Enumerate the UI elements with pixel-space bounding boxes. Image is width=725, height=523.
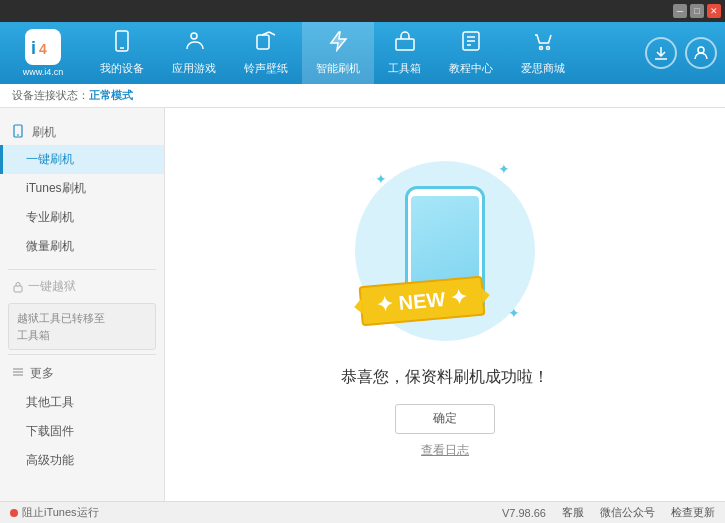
sidebar-item-pro-flash[interactable]: 专业刷机 <box>0 203 164 232</box>
sparkle-1: ✦ <box>375 171 387 187</box>
left-panel: 刷机 一键刷机 iTunes刷机 专业刷机 微量刷机 <box>0 108 165 501</box>
main-content: ✦ ✦ ✦ ✦ NEW ✦ 恭喜您，保资料刷机成功啦！ 确定 查看日志 <box>165 108 725 501</box>
sidebar-section-header-flash: 刷机 <box>0 120 164 145</box>
disabled-jailbreak-label: 一键越狱 <box>28 278 76 295</box>
header: i 4 www.i4.cn 我的设备 <box>0 22 725 84</box>
more-section-icon <box>12 366 24 381</box>
svg-point-15 <box>547 47 550 50</box>
sidebar-section-flash: 刷机 一键刷机 iTunes刷机 专业刷机 微量刷机 <box>0 116 164 265</box>
support-link[interactable]: 客服 <box>562 505 584 520</box>
svg-rect-6 <box>257 35 269 49</box>
sidebar-notice: 越狱工具已转移至 工具箱 <box>8 303 156 350</box>
nav-items: 我的设备 应用游戏 铃 <box>86 22 637 84</box>
svg-point-17 <box>698 47 704 53</box>
sidebar-disabled-jailbreak: 一键越狱 <box>0 274 164 299</box>
sidebar-item-download-firmware[interactable]: 下载固件 <box>0 417 164 446</box>
sidebar-item-itunes-flash[interactable]: iTunes刷机 <box>0 174 164 203</box>
my-device-icon <box>111 30 133 57</box>
success-text: 恭喜您，保资料刷机成功啦！ <box>341 367 549 388</box>
logo-icon: i 4 <box>25 29 61 65</box>
nav-item-apps-games[interactable]: 应用游戏 <box>158 22 230 84</box>
nav-label-tutorials: 教程中心 <box>449 61 493 76</box>
svg-rect-9 <box>396 39 414 50</box>
logo-text: www.i4.cn <box>23 67 64 77</box>
footer-right: V7.98.66 客服 微信公众号 检查更新 <box>502 505 715 520</box>
nav-label-my-device: 我的设备 <box>100 61 144 76</box>
sidebar-item-advanced[interactable]: 高级功能 <box>0 446 164 475</box>
itunes-status-text: 阻止iTunes运行 <box>22 505 99 520</box>
nav-item-tutorials[interactable]: 教程中心 <box>435 22 507 84</box>
smart-flash-icon <box>327 30 349 57</box>
svg-text:4: 4 <box>39 41 47 57</box>
footer-left: 阻止iTunes运行 <box>10 505 99 520</box>
check-update-link[interactable]: 检查更新 <box>671 505 715 520</box>
confirm-button[interactable]: 确定 <box>395 404 495 434</box>
footer: 阻止iTunes运行 V7.98.66 客服 微信公众号 检查更新 <box>0 501 725 523</box>
sidebar: 刷机 一键刷机 iTunes刷机 专业刷机 微量刷机 <box>0 108 165 501</box>
svg-line-8 <box>269 32 275 35</box>
nav-item-ringtones[interactable]: 铃声壁纸 <box>230 22 302 84</box>
nav-actions <box>645 37 717 69</box>
nav-label-smart-flash: 智能刷机 <box>316 61 360 76</box>
content-wrapper: 刷机 一键刷机 iTunes刷机 专业刷机 微量刷机 <box>0 108 725 501</box>
itunes-status-dot <box>10 509 18 517</box>
nav-item-my-device[interactable]: 我的设备 <box>86 22 158 84</box>
svg-point-14 <box>540 47 543 50</box>
device-status-bar: 设备连接状态： 正常模式 <box>0 84 725 108</box>
nav-label-ringtones: 铃声壁纸 <box>244 61 288 76</box>
title-bar-controls: ─ □ ✕ <box>673 4 721 18</box>
wechat-link[interactable]: 微信公众号 <box>600 505 655 520</box>
nav-item-toolbox[interactable]: 工具箱 <box>374 22 435 84</box>
sidebar-item-data-flash[interactable]: 微量刷机 <box>0 232 164 261</box>
nav-label-toolbox: 工具箱 <box>388 61 421 76</box>
more-section-label: 更多 <box>30 365 54 382</box>
svg-rect-20 <box>14 286 22 292</box>
nav-item-mall[interactable]: 爱思商城 <box>507 22 579 84</box>
version-text: V7.98.66 <box>502 507 546 519</box>
sidebar-section-header-more: 更多 <box>0 359 164 388</box>
flash-section-label: 刷机 <box>32 124 56 141</box>
flash-section-icon <box>12 124 26 141</box>
maximize-button[interactable]: □ <box>690 4 704 18</box>
logo-area: i 4 www.i4.cn <box>8 29 78 77</box>
nav-label-apps-games: 应用游戏 <box>172 61 216 76</box>
nav-label-mall: 爱思商城 <box>521 61 565 76</box>
tutorials-icon <box>460 30 482 57</box>
view-log-link[interactable]: 查看日志 <box>421 442 469 459</box>
mall-icon <box>532 30 554 57</box>
close-button[interactable]: ✕ <box>707 4 721 18</box>
sparkle-3: ✦ <box>508 305 520 321</box>
svg-text:i: i <box>31 38 36 58</box>
minimize-button[interactable]: ─ <box>673 4 687 18</box>
device-status-prefix: 设备连接状态： <box>12 88 89 103</box>
sidebar-item-one-key-flash[interactable]: 一键刷机 <box>0 145 164 174</box>
sidebar-divider-2 <box>8 354 156 355</box>
device-status-value: 正常模式 <box>89 88 133 103</box>
illustration: ✦ ✦ ✦ ✦ NEW ✦ <box>345 151 545 351</box>
itunes-status: 阻止iTunes运行 <box>10 505 99 520</box>
ringtones-icon <box>255 30 277 57</box>
svg-point-5 <box>191 33 197 39</box>
nav-item-smart-flash[interactable]: 智能刷机 <box>302 22 374 84</box>
download-button[interactable] <box>645 37 677 69</box>
sidebar-item-other-tools[interactable]: 其他工具 <box>0 388 164 417</box>
user-button[interactable] <box>685 37 717 69</box>
sidebar-divider-1 <box>8 269 156 270</box>
toolbox-icon <box>394 30 416 57</box>
apps-games-icon <box>183 30 205 57</box>
sparkle-2: ✦ <box>498 161 510 177</box>
title-bar: ─ □ ✕ <box>0 0 725 22</box>
app-wrapper: ─ □ ✕ i 4 www.i4.cn <box>0 0 725 523</box>
